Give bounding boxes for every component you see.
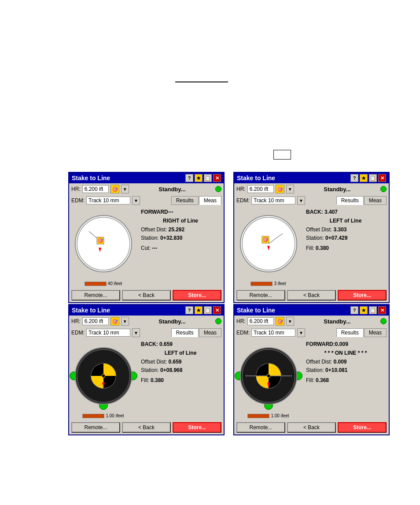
offset-dist-tl: Offset Dist: 25.292 [141,226,220,234]
copy-icon-bl[interactable]: 📋 [204,306,212,314]
store-btn-br[interactable]: Store... [338,422,387,433]
star-icon-bl[interactable]: ★ [195,306,203,314]
instrument-icon-br: 🎯 [276,317,284,326]
offset-label-bl: LEFT of Line [141,349,220,357]
results-tr: BACK: 3.407 LEFT of Line Offset Dist: 3.… [302,206,389,288]
help-icon-tl[interactable]: ? [185,174,193,182]
edm-dropdown-tl[interactable]: ▼ [132,196,140,205]
store-btn-bl[interactable]: Store... [173,422,221,433]
edm-dropdown-br[interactable]: ▼ [297,328,305,337]
body-tl: 🎯 40 ifeet FORWARD--- RIGHT of Line [69,206,224,288]
hr-label-br: HR: [236,318,246,324]
edm-label-bl: EDM: [71,330,85,336]
star-icon-tr[interactable]: ★ [360,174,368,182]
hr-dropdown-tr[interactable]: ▼ [286,185,294,193]
close-icon-br[interactable]: ✕ [378,306,386,314]
hr-value-br: 6.200 ift [247,317,274,325]
help-icon-tr[interactable]: ? [350,174,358,182]
station-tr: Station: 0+07.429 [306,234,385,242]
hr-row-br: HR: 6.200 ift 🎯 ▼ Standby... [234,316,389,327]
tab-results-br[interactable]: Results [336,328,364,337]
cut-fill-br: Fill: 0.368 [306,377,385,384]
help-icon-br[interactable]: ? [350,306,358,314]
tab-results-tr[interactable]: Results [336,196,364,205]
tab-meas-tl[interactable]: Meas [199,196,221,205]
title-br: Stake to Line [237,307,350,314]
edm-dropdown-tr[interactable]: ▼ [297,196,305,205]
compass-area-bl: 1.00 ifeet [69,338,137,420]
panel-top-right: Stake to Line ? ★ 📋 ✕ HR: 6.200 ift 🎯 ▼ … [233,172,390,303]
title-tr: Stake to Line [237,175,350,182]
store-btn-tr[interactable]: Store... [338,290,387,301]
compass-wrapper-bl [75,347,132,405]
title-icons-tr: ? ★ 📋 ✕ [350,174,386,182]
offset-label-tl: RIGHT of Line [141,217,220,225]
panel-bottom-right: Stake to Line ? ★ 📋 ✕ HR: 6.200 ift 🎯 ▼ … [233,304,390,435]
svg-point-17 [267,374,270,378]
hr-dropdown-tl[interactable]: ▼ [121,185,129,193]
remote-btn-tr[interactable]: Remote... [236,290,285,301]
close-icon-bl[interactable]: ✕ [213,306,221,314]
back-btn-br[interactable]: < Back [287,422,336,433]
copy-icon-br[interactable]: 📋 [369,306,377,314]
standby-tr: Standby... [296,186,379,193]
scale-rect-br [247,414,269,418]
edm-select-tl[interactable]: Track 10 mm [86,197,130,204]
cut-fill-bl: Fill: 0.380 [141,377,220,384]
hr-dropdown-br[interactable]: ▼ [286,317,294,326]
standby-tl: Standby... [131,186,214,193]
cut-fill-tr: Fill: 0.380 [306,245,385,252]
back-btn-tr[interactable]: < Back [287,290,336,301]
hr-value-bl: 6.200 ift [82,317,109,325]
close-icon-tl[interactable]: ✕ [213,174,221,182]
hr-row-tl: HR: 6.200 ift 🎯 ▼ Standby... [69,183,224,195]
remote-btn-br[interactable]: Remote... [236,422,285,433]
footer-tr: Remote... < Back Store... [234,288,389,302]
compass-area-tr: 🎯 3 ifeet [234,206,302,288]
edm-select-bl[interactable]: Track 10 mm [86,329,130,337]
tab-meas-bl[interactable]: Meas [199,328,221,337]
scale-bar-tr: 3 ifeet [251,281,286,286]
edm-select-br[interactable]: Track 10 mm [251,329,295,337]
back-btn-tl[interactable]: < Back [122,290,171,301]
star-icon-tl[interactable]: ★ [195,174,203,182]
star-icon-br[interactable]: ★ [360,306,368,314]
back-btn-bl[interactable]: < Back [122,422,171,433]
tab-meas-br[interactable]: Meas [364,328,387,337]
hr-value-tr: 6.200 ift [247,185,274,193]
store-btn-tl[interactable]: Store... [173,290,221,301]
direction-br: FORWARD:0.009 [306,341,385,348]
hr-value-tl: 6.200 ift [82,185,109,193]
hr-row-bl: HR: 6.200 ift 🎯 ▼ Standby... [69,316,224,327]
hr-dropdown-bl[interactable]: ▼ [121,317,129,326]
scale-label-br: 1.00 ifeet [271,413,289,418]
body-bl: 1.00 ifeet BACK: 0.659 LEFT of Line Offs… [69,338,224,420]
compass-svg-bl [76,348,131,404]
tab-results-tl[interactable]: Results [171,196,199,205]
compass-svg-br [241,348,296,404]
compass-area-br: 1.00 ifeet [234,338,302,420]
compass-wrapper-tr: 🎯 [240,215,297,272]
results-br: FORWARD:0.009 * * * ON LINE * * * Offset… [302,338,389,420]
instrument-icon-bl: 🎯 [111,317,119,326]
edm-dropdown-bl[interactable]: ▼ [132,328,140,337]
copy-icon-tl[interactable]: 📋 [204,174,212,182]
remote-btn-bl[interactable]: Remote... [71,422,120,433]
tab-results-bl[interactable]: Results [171,328,199,337]
help-icon-bl[interactable]: ? [185,306,193,314]
remote-btn-tl[interactable]: Remote... [71,290,120,301]
tab-meas-tr[interactable]: Meas [364,196,387,205]
scale-bar-bl: 1.00 ifeet [82,413,124,418]
direction-tl: FORWARD--- [141,208,220,216]
edm-select-tr[interactable]: Track 10 mm [251,197,295,204]
offset-label-br: * * * ON LINE * * * [306,349,385,357]
compass-wrapper-tl: 🎯 [75,215,132,272]
edm-row-tr: EDM: Track 10 mm ▼ Results Meas [234,195,389,206]
scale-bar-br: 1.00 ifeet [247,413,289,418]
close-icon-tr[interactable]: ✕ [378,174,386,182]
title-tl: Stake to Line [72,175,185,182]
titlebar-bl: Stake to Line ? ★ 📋 ✕ [69,305,224,316]
direction-tr: BACK: 3.407 [306,208,385,216]
panel-top-left: Stake to Line ? ★ 📋 ✕ HR: 6.200 ift 🎯 ▼ … [68,172,225,303]
copy-icon-tr[interactable]: 📋 [369,174,377,182]
